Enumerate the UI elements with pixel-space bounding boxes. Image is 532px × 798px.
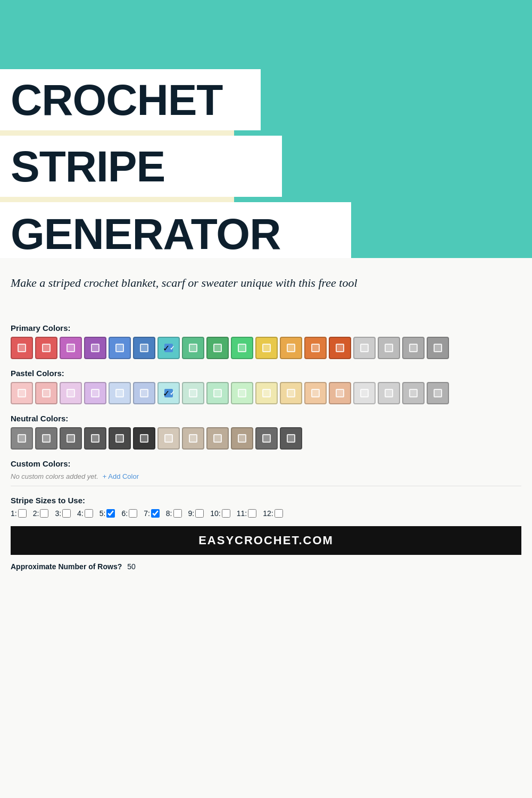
primary-color-2[interactable] — [60, 337, 82, 359]
stripe-size-checkbox-12[interactable] — [275, 509, 283, 518]
pastel-color-7[interactable] — [182, 382, 204, 404]
stripe-size-checkbox-10[interactable] — [222, 509, 230, 518]
primary-color-15[interactable] — [378, 337, 400, 359]
primary-color-9[interactable] — [231, 337, 253, 359]
pastel-color-1[interactable] — [35, 382, 57, 404]
primary-color-16[interactable] — [402, 337, 425, 359]
neutral-color-6[interactable] — [157, 427, 180, 450]
stripe-size-checkbox-9[interactable] — [195, 509, 204, 518]
approx-rows-row: Approximate Number of Rows? 50 — [11, 562, 521, 581]
stripe-size-item-4[interactable]: 4: — [77, 509, 93, 518]
primary-color-3[interactable] — [84, 337, 106, 359]
pastel-color-12[interactable] — [304, 382, 327, 404]
primary-color-10[interactable] — [255, 337, 278, 359]
title-block-stripe: STRIPE — [0, 136, 282, 197]
neutral-color-4[interactable] — [109, 427, 131, 450]
title-crochet: CROCHET — [11, 78, 222, 122]
subtitle-area: Make a striped crochet blanket, scarf or… — [0, 258, 532, 309]
pastel-color-16[interactable] — [402, 382, 425, 404]
neutral-color-5[interactable] — [133, 427, 155, 450]
pastel-color-13[interactable] — [329, 382, 351, 404]
stripe-size-checkbox-1[interactable] — [18, 509, 27, 518]
stripe-size-checkbox-5[interactable] — [106, 509, 115, 518]
stripe-size-item-7[interactable]: 7: — [144, 509, 160, 518]
stripe-size-label-12: 12: — [263, 509, 273, 518]
pastel-color-11[interactable] — [280, 382, 302, 404]
stripe-size-checkbox-2[interactable] — [40, 509, 48, 518]
pastel-color-9[interactable] — [231, 382, 253, 404]
pastel-color-5[interactable] — [133, 382, 155, 404]
no-custom-text: No custom colors added yet. — [11, 472, 98, 480]
primary-color-1[interactable] — [35, 337, 57, 359]
stripe-size-label-3: 3: — [55, 509, 61, 518]
stripe-size-item-8[interactable]: 8: — [166, 509, 182, 518]
neutral-colors-label: Neutral Colors: — [11, 414, 521, 423]
pastel-color-14[interactable] — [353, 382, 376, 404]
neutral-color-8[interactable] — [206, 427, 229, 450]
stripe-size-checkbox-3[interactable] — [62, 509, 71, 518]
title-stripe: STRIPE — [11, 145, 165, 188]
stripe-size-label-6: 6: — [121, 509, 128, 518]
stripe-size-checkbox-6[interactable] — [129, 509, 137, 518]
stripe-size-item-6[interactable]: 6: — [121, 509, 137, 518]
subtitle-text: Make a striped crochet blanket, scarf or… — [11, 275, 358, 292]
add-color-link[interactable]: + Add Color — [103, 472, 139, 480]
approx-rows-value: 50 — [127, 562, 136, 571]
stripe-size-checkbox-8[interactable] — [173, 509, 182, 518]
primary-color-17[interactable] — [427, 337, 449, 359]
primary-color-7[interactable] — [182, 337, 204, 359]
pastel-colors-label: Pastel Colors: — [11, 369, 521, 378]
primary-color-12[interactable] — [304, 337, 327, 359]
pastel-color-2[interactable] — [60, 382, 82, 404]
pastel-color-17[interactable] — [427, 382, 449, 404]
teal-top-bar — [0, 0, 532, 69]
pastel-color-0[interactable] — [11, 382, 33, 404]
neutral-color-0[interactable] — [11, 427, 33, 450]
pastel-color-8[interactable] — [206, 382, 229, 404]
stripe-size-item-9[interactable]: 9: — [188, 509, 204, 518]
stripe-size-item-5[interactable]: 5: — [99, 509, 115, 518]
stripe-size-checkbox-11[interactable] — [248, 509, 256, 518]
primary-color-5[interactable] — [133, 337, 155, 359]
footer-text: EASYCROCHET.COM — [198, 534, 334, 547]
primary-color-0[interactable] — [11, 337, 33, 359]
stripe-size-checkbox-7[interactable] — [151, 509, 160, 518]
divider — [11, 486, 521, 486]
primary-color-4[interactable] — [109, 337, 131, 359]
pastel-color-3[interactable] — [84, 382, 106, 404]
neutral-color-7[interactable] — [182, 427, 204, 450]
stripe-size-item-1[interactable]: 1: — [11, 509, 27, 518]
main-content: Primary Colors: ✓ Pastel Colors: ✓ Neutr… — [0, 309, 532, 597]
approx-rows-label: Approximate Number of Rows? — [11, 562, 122, 571]
stripe-size-item-11[interactable]: 11: — [237, 509, 256, 518]
stripe-size-checkbox-4[interactable] — [85, 509, 93, 518]
neutral-color-1[interactable] — [35, 427, 57, 450]
neutral-color-9[interactable] — [231, 427, 253, 450]
neutral-color-10[interactable] — [255, 427, 278, 450]
pastel-color-10[interactable] — [255, 382, 278, 404]
stripe-size-item-3[interactable]: 3: — [55, 509, 71, 518]
primary-color-6[interactable]: ✓ — [157, 337, 180, 359]
neutral-color-3[interactable] — [84, 427, 106, 450]
primary-color-13[interactable] — [329, 337, 351, 359]
primary-color-11[interactable] — [280, 337, 302, 359]
header-area: CROCHET STRIPE GENERATOR Make a striped … — [0, 0, 532, 309]
stripe-size-label-5: 5: — [99, 509, 106, 518]
title-block-generator: GENERATOR — [0, 202, 351, 266]
stripe-sizes-label: Stripe Sizes to Use: — [11, 496, 521, 505]
pastel-colors-row: ✓ — [11, 382, 521, 404]
pastel-color-4[interactable] — [109, 382, 131, 404]
primary-color-14[interactable] — [353, 337, 376, 359]
neutral-color-11[interactable] — [280, 427, 302, 450]
stripe-size-label-9: 9: — [188, 509, 195, 518]
neutral-color-2[interactable] — [60, 427, 82, 450]
stripe-size-item-12[interactable]: 12: — [263, 509, 282, 518]
stripe-size-item-10[interactable]: 10: — [210, 509, 230, 518]
pastel-color-15[interactable] — [378, 382, 400, 404]
stripe-size-label-4: 4: — [77, 509, 84, 518]
primary-color-8[interactable] — [206, 337, 229, 359]
pastel-color-6[interactable]: ✓ — [157, 382, 180, 404]
stripe-size-item-2[interactable]: 2: — [33, 509, 49, 518]
stripe-size-label-11: 11: — [237, 509, 247, 518]
stripe-size-label-1: 1: — [11, 509, 17, 518]
